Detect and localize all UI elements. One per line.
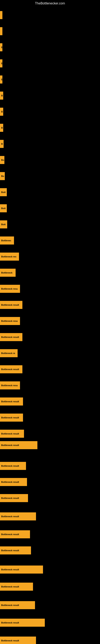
bar-row: Bottleneck result: [0, 562, 100, 576]
bar-row: Bottleneck result: [0, 298, 100, 312]
bar-label: Bottleneck result: [0, 566, 43, 574]
bar-label: Bottleneck resu: [0, 381, 20, 390]
bar-row: E: [0, 56, 100, 70]
bar-label: Bottleneck result: [0, 512, 36, 520]
bar-row: B: [0, 105, 100, 119]
bar-row: Bottleneck re: [0, 346, 100, 360]
bar-row: Bottleneck result: [0, 475, 100, 489]
bar-label: Bottleneck result: [0, 582, 33, 591]
bar-row: Bottleneck result: [0, 459, 100, 473]
bar-row: Bottleneck result: [0, 544, 100, 558]
bar-label: Bottleneck result: [0, 494, 28, 502]
bar-row: Bottleneck result: [0, 491, 100, 505]
bar-label: Bottleneck result: [0, 430, 24, 438]
site-title: TheBottlenecker.com: [0, 0, 100, 7]
bar-label: E: [0, 43, 2, 51]
bar-label: E: [0, 76, 2, 84]
bar-row: Bottlenec: [0, 234, 100, 248]
bar-label: B: [0, 140, 3, 148]
bar-row: Bott: [0, 201, 100, 215]
bar-label: [0, 27, 2, 35]
bar-label: Bottleneck result: [0, 441, 37, 449]
bar-row: Bott: [0, 185, 100, 199]
bar-row: Bo: [0, 153, 100, 167]
bar-row: Bottleneck result: [0, 616, 100, 630]
bar-row: Bottleneck resu: [0, 282, 100, 296]
bar-label: Bottleneck result: [0, 398, 23, 406]
bar-row: [0, 8, 100, 22]
bar-row: Bo: [0, 169, 100, 183]
bar-row: B: [0, 88, 100, 103]
bar-label: B: [0, 92, 3, 100]
bar-label: Bottleneck result: [0, 365, 22, 373]
bar-row: Bottleneck result: [0, 410, 100, 425]
bar-label: Bottleneck result: [0, 414, 23, 422]
bar-row: B: [0, 137, 100, 151]
bar-row: Bottleneck result: [0, 509, 100, 524]
bar-row: [0, 24, 100, 38]
bar-row: Bottleneck result: [0, 598, 100, 612]
bar-label: Bo: [0, 156, 4, 164]
bar-row: B: [0, 121, 100, 135]
bar-label: Bottleneck result: [0, 601, 35, 609]
bar-label: Bottleneck result: [0, 546, 31, 554]
bar-label: Bottleneck res: [0, 252, 19, 260]
bar-row: Bottleneck result: [0, 527, 100, 541]
bar-label: Bottleneck resu: [0, 317, 20, 325]
bar-row: Bottleneck: [0, 266, 100, 280]
bar-row: E: [0, 72, 100, 86]
bar-label: Bottleneck result: [0, 619, 45, 627]
bar-row: Bottleneck res: [0, 250, 100, 264]
bar-label: B: [0, 124, 3, 132]
bar-label: Bottleneck result: [0, 462, 26, 470]
bar-row: E: [0, 40, 100, 54]
bar-label: Bottleneck result: [0, 478, 27, 486]
bar-label: Bott: [0, 188, 7, 196]
bar-row: Bottleneck result: [0, 580, 100, 594]
bar-label: Bottleneck resu: [0, 285, 20, 293]
bar-row: Bottleneck resu: [0, 314, 100, 328]
bar-label: Bo: [0, 172, 5, 180]
bar-row: Bottleneck resu: [0, 378, 100, 392]
bar-label: E: [0, 59, 2, 68]
bar-label: B: [0, 108, 3, 116]
bar-row: Bottleneck result: [0, 330, 100, 344]
bar-label: Bottleneck result: [0, 333, 22, 341]
bar-row: Bottleneck result: [0, 394, 100, 408]
bar-row: Bott: [0, 217, 100, 232]
bar-label: [0, 11, 2, 19]
bar-label: Bott: [0, 204, 7, 212]
bar-row: Bottleneck result: [0, 362, 100, 376]
bar-label: Bottleneck result: [0, 530, 30, 538]
bar-label: Bottleneck: [0, 269, 16, 277]
bar-label: Bott: [0, 220, 7, 228]
bar-row: Bottleneck result: [0, 634, 100, 644]
bar-label: Bottleneck result: [0, 301, 22, 309]
bar-label: Bottleneck re: [0, 349, 18, 357]
bar-row: Bottleneck result: [0, 438, 100, 452]
bar-label: Bottleneck result: [0, 636, 36, 644]
bar-label: Bottlenec: [0, 236, 14, 244]
